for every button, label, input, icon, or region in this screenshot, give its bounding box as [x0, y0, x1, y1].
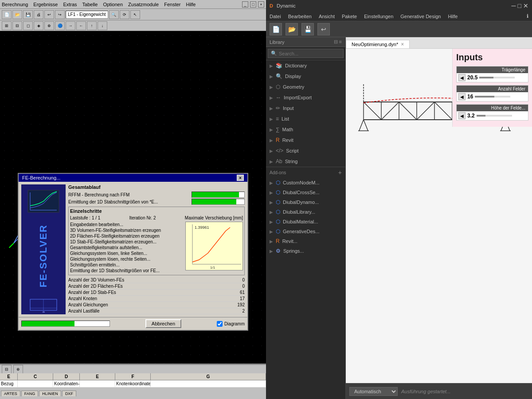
- abort-button[interactable]: Abbrechen: [145, 319, 181, 328]
- tb2-10[interactable]: ↓: [98, 21, 107, 30]
- menu-ansicht[interactable]: Ansicht: [319, 14, 335, 19]
- dyn-new-btn[interactable]: 📄: [270, 23, 282, 35]
- tb2-4[interactable]: ◈: [34, 21, 43, 30]
- menu-zusatzmodule[interactable]: Zusatzmodule: [128, 2, 159, 7]
- tab-hlinien[interactable]: HLINIEN: [39, 391, 61, 396]
- menu-optionen[interactable]: Optionen: [103, 2, 123, 7]
- tb-new[interactable]: 📄: [2, 10, 12, 19]
- lib-arrow-importexport: ▶: [270, 95, 273, 100]
- tb2-2[interactable]: ⊟: [12, 21, 22, 30]
- addon-revit[interactable]: ▶ R Revit...: [266, 236, 345, 246]
- menu-bearbeiten[interactable]: Bearbeiten: [288, 14, 312, 19]
- lib-item-display[interactable]: ▶ 🔍 Display: [266, 71, 345, 82]
- tb2-9[interactable]: ↑: [87, 21, 97, 30]
- menu-extras[interactable]: Extras: [63, 2, 77, 7]
- canvas-tabs: NeuOptimierung.dyn* ×: [346, 37, 532, 49]
- tb-zoom[interactable]: 🔍: [109, 10, 119, 19]
- menu-tabelle[interactable]: Tabelle: [82, 2, 98, 7]
- menu-ergebnisse[interactable]: Ergebnisse: [33, 2, 58, 7]
- tb-save[interactable]: 💾: [23, 10, 33, 19]
- tb-select[interactable]: ↖: [130, 10, 140, 19]
- menu-einstellungen[interactable]: Einstellungen: [364, 14, 393, 19]
- addon-diubalmaterial[interactable]: ▶ ⬡ DiubalMaterial...: [266, 217, 345, 227]
- lib-icon-math: ∑: [276, 126, 280, 133]
- menu-hilfe-dyn[interactable]: Hilfe: [448, 14, 458, 19]
- lib-item-revit[interactable]: ▶ R Revit: [266, 135, 345, 145]
- lib-item-importexport[interactable]: ▶ ↔ ImportExport: [266, 92, 345, 103]
- canvas-workspace[interactable]: Inputs Trägerlänge ◀ 20.5: [346, 49, 532, 383]
- tb-redo[interactable]: ↪: [55, 10, 65, 19]
- tb2-6[interactable]: 🔵: [55, 21, 65, 30]
- lib-item-input[interactable]: ▶ ✏ Input: [266, 103, 345, 113]
- tb2-8[interactable]: ←: [76, 21, 86, 30]
- addon-generativedes[interactable]: ▶ ⬡ GenerativeDes...: [266, 227, 345, 236]
- addons-add-icon[interactable]: +: [338, 169, 342, 176]
- dyn-save-btn[interactable]: 💾: [301, 23, 314, 35]
- execution-mode-dropdown[interactable]: Automatisch: [349, 387, 398, 396]
- tb2-5[interactable]: ⊕: [44, 21, 54, 30]
- menu-fenster[interactable]: Fenster: [164, 2, 180, 7]
- menu-info[interactable]: ℹ: [527, 13, 528, 19]
- maximize-btn[interactable]: □: [250, 1, 256, 8]
- addon-customnodem[interactable]: ▶ ⬡ CustomNodeM...: [266, 178, 345, 188]
- tab-fang[interactable]: FANG: [21, 391, 39, 396]
- addon-diubalcross[interactable]: ▶ ⬡ DiubalCrossSe...: [266, 188, 345, 197]
- input-field-hoehe: Höhe der Felde... ◀ 3.2: [456, 104, 528, 121]
- lib-item-list[interactable]: ▶ ≡ List: [266, 113, 345, 124]
- addon-diubaliibrary[interactable]: ▶ ⬡ DiubalLibrary...: [266, 207, 345, 217]
- lib-item-dictionary[interactable]: ▶ 📚 Dictionary: [266, 60, 345, 71]
- dynamo-close[interactable]: ✕: [523, 2, 528, 9]
- tab-artes[interactable]: ARTES: [1, 391, 20, 396]
- lib-item-math[interactable]: ▶ ∑ Math: [266, 124, 345, 135]
- tb-open[interactable]: 📂: [12, 10, 22, 19]
- lib-arrow-string: ▶: [270, 159, 273, 164]
- menu-pakete[interactable]: Pakete: [342, 14, 357, 19]
- canvas-tab-close[interactable]: ×: [401, 41, 404, 47]
- tb2-3[interactable]: ◻: [23, 21, 33, 30]
- hoehe-slider[interactable]: [477, 115, 512, 117]
- library-toggle[interactable]: ⊟ ≡: [334, 39, 342, 45]
- cell-knotenkoord[interactable]: Knotenkoordinaten: [115, 380, 151, 387]
- dynamo-maximize[interactable]: □: [518, 2, 521, 9]
- dyn-open-btn[interactable]: 📂: [286, 23, 298, 35]
- tab-dxf[interactable]: DXF: [62, 391, 76, 396]
- cell-koordinaten[interactable]: Koordinaten-: [53, 380, 80, 387]
- tb-undo[interactable]: ↩: [44, 10, 54, 19]
- menu-datei[interactable]: Datei: [270, 14, 281, 19]
- anzahl-decrement[interactable]: ◀: [458, 93, 466, 100]
- hoehe-decrement[interactable]: ◀: [458, 112, 466, 119]
- search-input-container[interactable]: 🔍: [268, 49, 344, 58]
- dialog-close-btn[interactable]: ×: [237, 175, 244, 181]
- spread-tb2[interactable]: ⊕: [13, 365, 23, 374]
- lib-item-script[interactable]: ▶ </> Script: [266, 145, 345, 156]
- tb2-1[interactable]: ⊞: [2, 21, 12, 30]
- close-btn[interactable]: ×: [258, 1, 264, 8]
- diagram-checkbox[interactable]: [217, 321, 223, 327]
- anzahl-slider[interactable]: [475, 96, 510, 98]
- menu-hilfe[interactable]: Hilfe: [186, 2, 196, 7]
- minimize-btn[interactable]: _: [242, 1, 248, 8]
- cell-empty1[interactable]: [18, 380, 53, 387]
- tb-print[interactable]: 🖨: [34, 10, 43, 19]
- canvas-tab-main[interactable]: NeuOptimierung.dyn* ×: [346, 40, 410, 48]
- lib-icon-input: ✏: [276, 105, 280, 111]
- tb2-7[interactable]: →: [66, 21, 75, 30]
- lib-item-string[interactable]: ▶ Ab String: [266, 156, 345, 167]
- traeger-slider[interactable]: [479, 77, 515, 78]
- svg-line-65: [434, 102, 452, 120]
- cell-bezug[interactable]: Bezug: [0, 380, 18, 387]
- spread-tb1[interactable]: ⊟: [2, 365, 12, 374]
- tb-rotate[interactable]: ⟳: [120, 10, 129, 19]
- menu-berechnung[interactable]: Berechnung: [2, 2, 28, 7]
- search-field[interactable]: [279, 51, 340, 56]
- traeger-decrement[interactable]: ◀: [458, 74, 466, 81]
- cell-empty3[interactable]: [151, 380, 266, 387]
- dynamo-minimize[interactable]: ─: [512, 2, 516, 9]
- lib-item-geometry[interactable]: ▶ ⬡ Geometry: [266, 82, 345, 92]
- canvas-area: NeuOptimierung.dyn* ×: [346, 37, 532, 399]
- dyn-undo-btn[interactable]: ↩: [317, 23, 330, 35]
- menu-gen-design[interactable]: Generative Design: [400, 14, 441, 19]
- addon-diubaldynamo[interactable]: ▶ ⬡ DiubalDynamo...: [266, 197, 345, 207]
- cell-empty2[interactable]: [80, 380, 115, 387]
- addon-springs[interactable]: ▶ ⚙ Springs...: [266, 246, 345, 256]
